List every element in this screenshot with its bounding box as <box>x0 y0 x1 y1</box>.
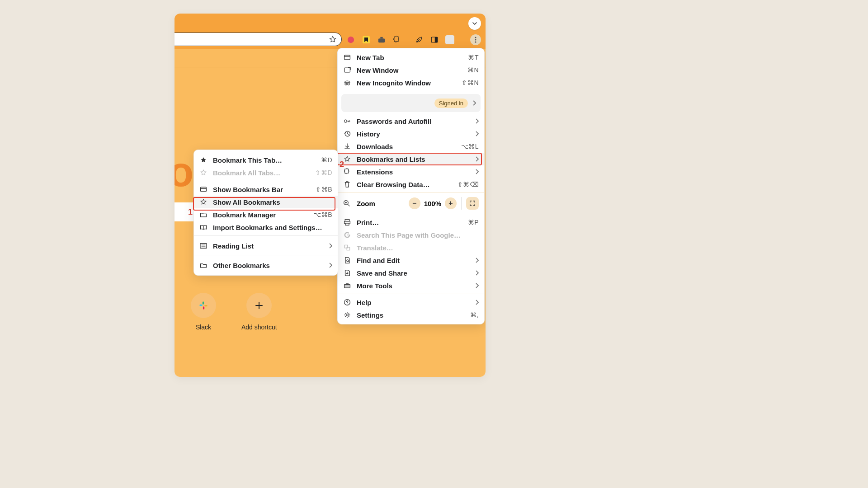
book-icon <box>199 224 208 230</box>
menu-label: History <box>357 130 470 138</box>
folder-icon <box>199 262 208 268</box>
svg-point-8 <box>475 39 476 40</box>
extension-icon-3[interactable] <box>377 35 386 44</box>
menu-new-tab[interactable]: New Tab ⌘T <box>338 51 484 64</box>
submenu-other-bookmarks[interactable]: Other Bookmarks <box>194 259 338 272</box>
profile-avatar[interactable] <box>445 35 454 44</box>
submenu-bookmark-all: Bookmark All Tabs… ⇧⌘D <box>194 166 338 179</box>
leaf-icon[interactable] <box>415 35 424 44</box>
extension-icon-2[interactable] <box>362 35 371 44</box>
zoom-in-button[interactable]: + <box>445 197 457 209</box>
menu-label: New Tab <box>357 54 462 61</box>
window-bar-icon <box>199 186 208 192</box>
menu-save-share[interactable]: Save and Share <box>338 267 484 279</box>
chevron-right-icon <box>472 100 476 106</box>
menu-label: Show Bookmarks Bar <box>213 186 310 193</box>
menu-more-tools[interactable]: More Tools <box>338 279 484 292</box>
svg-point-26 <box>347 260 349 262</box>
print-icon <box>343 219 351 226</box>
menu-downloads[interactable]: Downloads ⌥⌘L <box>338 140 484 153</box>
chevron-right-icon <box>475 283 479 288</box>
puzzle-icon <box>343 168 351 175</box>
menu-label: Bookmarks and Lists <box>357 155 470 163</box>
menu-find-edit[interactable]: Find and Edit <box>338 254 484 267</box>
trash-icon <box>343 181 351 188</box>
bookmark-star-icon[interactable] <box>329 35 337 43</box>
menu-label: Downloads <box>357 143 456 150</box>
svg-point-9 <box>475 41 476 42</box>
menu-passwords[interactable]: Passwords and Autofill <box>338 115 484 127</box>
submenu-bookmark-tab[interactable]: Bookmark This Tab… ⌘D <box>194 154 338 166</box>
menu-help[interactable]: Help <box>338 296 484 309</box>
shortcut-label: Add shortcut <box>241 324 277 331</box>
help-icon <box>343 299 351 306</box>
svg-point-20 <box>344 120 347 122</box>
chevron-right-icon <box>475 300 479 305</box>
menu-history[interactable]: History <box>338 127 484 140</box>
zoom-label: Zoom <box>357 200 403 207</box>
chevron-right-icon <box>475 169 479 174</box>
menu-label: Find and Edit <box>357 257 470 264</box>
menu-shortcut: ⌘D <box>321 156 332 164</box>
expand-tabs-button[interactable] <box>468 17 481 30</box>
submenu-show-bar[interactable]: Show Bookmarks Bar ⇧⌘B <box>194 183 338 196</box>
menu-new-window[interactable]: New Window ⌘N <box>338 64 484 76</box>
overflow-menu-button[interactable] <box>470 34 481 45</box>
submenu-reading-list[interactable]: Reading List <box>194 239 338 252</box>
overflow-menu: New Tab ⌘T New Window ⌘N New Incognito W… <box>337 48 485 324</box>
menu-clear-data[interactable]: Clear Browsing Data… ⇧⌘⌫ <box>338 178 484 191</box>
menu-shortcut: ⌥⌘B <box>314 211 332 218</box>
menu-translate: Translate… <box>338 241 484 254</box>
list-icon <box>199 243 208 249</box>
menu-new-incognito[interactable]: New Incognito Window ⇧⌘N <box>338 76 484 89</box>
extension-icon-1[interactable] <box>346 35 355 44</box>
zoom-value: 100% <box>424 200 441 207</box>
svg-rect-33 <box>200 244 207 249</box>
menu-settings[interactable]: Settings ⌘, <box>338 309 484 321</box>
zoom-icon <box>343 200 351 207</box>
menu-extensions[interactable]: Extensions <box>338 165 484 178</box>
menu-shortcut: ⌘T <box>468 54 479 61</box>
zoom-out-button[interactable]: − <box>409 197 420 209</box>
menu-label: New Incognito Window <box>357 79 456 87</box>
plus-icon <box>246 293 272 318</box>
slack-icon <box>191 293 216 318</box>
menu-label: Extensions <box>357 168 470 176</box>
star-outline-icon <box>199 169 208 176</box>
toolbar-separator <box>408 35 408 45</box>
shortcut-add[interactable]: Add shortcut <box>241 293 277 331</box>
shortcut-slack[interactable]: Slack <box>191 293 216 331</box>
svg-rect-3 <box>380 37 382 39</box>
menu-search-page: Search This Page with Google… <box>338 229 484 241</box>
account-row[interactable]: Signed in <box>341 94 481 112</box>
sidepanel-icon[interactable] <box>430 35 439 44</box>
incognito-icon <box>343 80 351 86</box>
menu-label: Help <box>357 299 470 306</box>
submenu-import[interactable]: Import Bookmarks and Settings… <box>194 221 338 234</box>
submenu-show-all[interactable]: Show All Bookmarks <box>194 196 338 208</box>
shortcut-label: Slack <box>196 324 211 331</box>
chevron-right-icon <box>475 156 479 162</box>
svg-rect-11 <box>204 305 208 306</box>
svg-rect-16 <box>344 68 350 72</box>
chevron-right-icon <box>475 258 479 263</box>
toolbox-icon <box>343 282 351 289</box>
svg-point-7 <box>475 37 476 38</box>
menu-label: Translate… <box>357 244 479 252</box>
download-icon <box>343 143 351 150</box>
menu-bookmarks-and-lists[interactable]: Bookmarks and Lists <box>338 153 484 165</box>
annotation-1: 1 <box>188 207 193 217</box>
submenu-manager[interactable]: Bookmark Manager ⌥⌘B <box>194 208 338 221</box>
menu-shortcut: ⌥⌘L <box>461 143 479 150</box>
fullscreen-button[interactable] <box>466 197 479 210</box>
svg-rect-14 <box>344 55 350 60</box>
svg-rect-31 <box>201 187 207 192</box>
menu-label: Import Bookmarks and Settings… <box>213 224 332 231</box>
menu-print[interactable]: Print… ⌘P <box>338 216 484 229</box>
chevron-right-icon <box>329 243 332 249</box>
tab-strip <box>175 14 486 31</box>
extensions-puzzle-icon[interactable] <box>392 35 401 44</box>
translate-icon <box>343 244 351 251</box>
address-bar[interactable] <box>175 33 342 46</box>
menu-label: Save and Share <box>357 269 470 277</box>
